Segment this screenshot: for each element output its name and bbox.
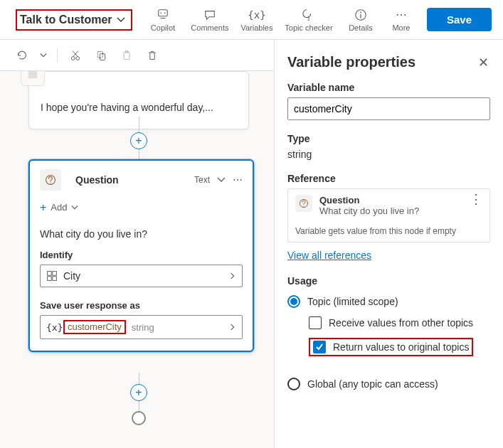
copy-button[interactable] (93, 48, 109, 63)
panel-title: Variable properties (287, 54, 415, 70)
copilot-label: Copilot (151, 23, 175, 32)
save-button[interactable]: Save (427, 8, 492, 31)
authoring-canvas[interactable]: I hope you're having a wonderful day,...… (0, 71, 274, 448)
chevron-right-icon (229, 324, 236, 331)
topic-title-dropdown[interactable]: Talk to Customer (16, 9, 132, 31)
chevron-down-icon[interactable] (217, 176, 226, 184)
add-question-button[interactable]: + Add (30, 199, 253, 220)
svg-rect-15 (48, 272, 52, 276)
message-icon (21, 71, 45, 86)
checkbox-icon (313, 341, 326, 353)
radio-icon (287, 295, 300, 308)
tool-details[interactable]: Details (340, 8, 381, 32)
variable-type-chip: string (132, 322, 154, 333)
more-icon: ⋯ (394, 8, 408, 22)
details-label: Details (349, 23, 373, 32)
question-answer-type: Text (194, 175, 210, 185)
variable-name-input[interactable] (287, 97, 490, 120)
add-node-button[interactable]: + (130, 384, 147, 401)
question-icon (295, 195, 312, 212)
svg-point-2 (164, 12, 166, 14)
undo-button[interactable] (14, 48, 30, 63)
question-header: Question Text ⋯ (30, 161, 253, 199)
view-all-references-link[interactable]: View all references (287, 250, 371, 261)
svg-point-6 (71, 56, 75, 60)
usage-topic-label: Topic (limited scope) (307, 296, 398, 307)
tool-more[interactable]: ⋯ More (387, 8, 415, 32)
type-value: string (287, 149, 490, 160)
radio-icon (287, 378, 300, 390)
question-node[interactable]: Question Text ⋯ + Add What city do you l… (28, 159, 254, 352)
header-toolbar: Copilot Comments {x} Variables Topic che… (142, 8, 492, 32)
variable-name-chip: customerCity (63, 320, 126, 334)
svg-point-20 (303, 206, 304, 207)
close-button[interactable]: ✕ (476, 55, 490, 70)
svg-rect-17 (48, 277, 52, 281)
identify-field[interactable]: City (40, 265, 243, 287)
type-label: Type (287, 133, 490, 144)
reference-title: Question (319, 195, 419, 206)
chevron-right-icon (229, 272, 236, 279)
save-response-label: Save user response as (40, 300, 243, 311)
tool-topic-checker[interactable]: Topic checker (283, 8, 334, 32)
usage-receive-checkbox[interactable]: Receive values from other topics (309, 312, 490, 334)
tool-variables[interactable]: {x} Variables (236, 8, 277, 32)
identify-label: Identify (40, 250, 243, 260)
header-bar: Talk to Customer Copilot Comments {x} Va… (0, 0, 503, 40)
topic-checker-label: Topic checker (285, 23, 332, 32)
add-node-button[interactable]: + (130, 132, 147, 149)
delete-button[interactable] (144, 48, 160, 63)
variable-name-label: Variable name (287, 82, 490, 93)
variables-label: Variables (240, 23, 272, 32)
save-response-field[interactable]: {x} customerCity string (40, 315, 243, 339)
svg-rect-16 (53, 272, 57, 276)
variable-properties-panel: Variable properties ✕ Variable name Type… (274, 40, 503, 448)
variables-icon: {x} (250, 8, 264, 22)
details-icon (354, 8, 368, 22)
reference-note: Variable gets value from this node if em… (288, 222, 489, 242)
plus-icon: + (40, 203, 46, 213)
checkbox-icon (309, 316, 322, 329)
more-icon[interactable]: ⋯ (233, 174, 243, 186)
connector (139, 149, 139, 159)
svg-rect-18 (53, 277, 57, 281)
chevron-down-icon[interactable] (40, 52, 47, 59)
usage-global-label: Global (any topic can access) (307, 378, 438, 390)
end-node (132, 411, 146, 425)
usage-return-label: Return values to original topics (333, 341, 469, 353)
reference-text: What city do you live in? (319, 206, 419, 216)
cut-button[interactable] (68, 48, 83, 63)
message-text: I hope you're having a wonderful day,... (29, 72, 248, 122)
svg-rect-10 (124, 52, 129, 59)
chevron-down-icon (71, 204, 78, 211)
chevron-down-icon (117, 16, 125, 24)
copilot-icon (156, 8, 170, 22)
svg-point-1 (160, 12, 162, 14)
paste-button[interactable] (119, 48, 134, 63)
tool-copilot[interactable]: Copilot (142, 8, 184, 32)
topic-title: Talk to Customer (20, 14, 112, 26)
usage-label: Usage (287, 275, 490, 287)
variable-icon: {x} (46, 322, 60, 333)
usage-return-checkbox[interactable]: Return values to original topics (313, 341, 469, 353)
svg-point-5 (360, 11, 361, 13)
usage-global-radio[interactable]: Global (any topic can access) (287, 373, 490, 395)
svg-point-7 (76, 56, 80, 60)
svg-point-3 (308, 19, 309, 21)
reference-box: Question What city do you live in? ⋮ Var… (287, 188, 490, 242)
usage-topic-radio[interactable]: Topic (limited scope) (287, 291, 490, 312)
entity-icon (46, 270, 58, 282)
comments-icon (203, 8, 217, 22)
more-icon[interactable]: ⋮ (470, 195, 482, 203)
identify-value: City (63, 270, 80, 282)
tool-comments[interactable]: Comments (189, 8, 231, 32)
question-icon (40, 169, 61, 191)
usage-receive-label: Receive values from other topics (329, 317, 473, 329)
svg-rect-0 (159, 9, 168, 16)
question-text: What city do you live in? (40, 228, 243, 240)
svg-rect-12 (28, 71, 38, 78)
comments-label: Comments (191, 23, 228, 32)
svg-point-14 (50, 183, 51, 183)
topic-checker-icon (302, 8, 316, 22)
add-label: Add (51, 202, 67, 213)
